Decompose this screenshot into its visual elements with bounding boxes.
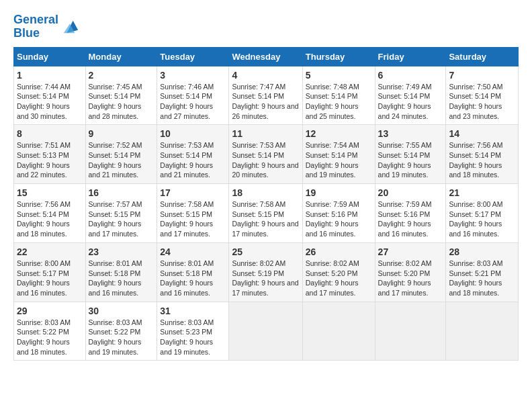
daylight-label: Daylight: 9 hours and 19 minutes. bbox=[89, 338, 142, 356]
daylight-label: Daylight: 9 hours and 27 minutes. bbox=[160, 102, 213, 120]
day-number: 3 bbox=[160, 70, 226, 81]
sunrise-label: Sunrise: 8:03 AM bbox=[89, 318, 142, 326]
sunset-label: Sunset: 5:14 PM bbox=[17, 210, 69, 218]
daylight-label: Daylight: 9 hours and 16 minutes. bbox=[17, 279, 70, 297]
calendar-cell: 3 Sunrise: 7:46 AM Sunset: 5:14 PM Dayli… bbox=[157, 66, 229, 125]
sunset-label: Sunset: 5:13 PM bbox=[17, 151, 69, 159]
day-info: Sunrise: 7:53 AM Sunset: 5:14 PM Dayligh… bbox=[232, 140, 299, 180]
day-number: 14 bbox=[449, 128, 515, 139]
calendar-cell: 31 Sunrise: 8:03 AM Sunset: 5:23 PM Dayl… bbox=[157, 302, 229, 361]
day-number: 28 bbox=[449, 246, 515, 257]
daylight-label: Daylight: 9 hours and 30 minutes. bbox=[17, 102, 70, 120]
day-number: 10 bbox=[160, 128, 226, 139]
sunrise-label: Sunrise: 7:49 AM bbox=[378, 83, 432, 91]
day-info: Sunrise: 7:47 AM Sunset: 5:14 PM Dayligh… bbox=[232, 82, 299, 122]
sunrise-label: Sunrise: 7:59 AM bbox=[306, 200, 359, 208]
sunset-label: Sunset: 5:15 PM bbox=[89, 210, 141, 218]
day-info: Sunrise: 7:44 AM Sunset: 5:14 PM Dayligh… bbox=[17, 82, 83, 122]
day-info: Sunrise: 8:03 AM Sunset: 5:23 PM Dayligh… bbox=[160, 318, 226, 357]
col-header-friday: Friday bbox=[375, 47, 446, 66]
sunset-label: Sunset: 5:17 PM bbox=[17, 269, 69, 277]
calendar-cell: 1 Sunrise: 7:44 AM Sunset: 5:14 PM Dayli… bbox=[14, 66, 86, 125]
day-number: 21 bbox=[449, 187, 515, 198]
daylight-label: Daylight: 9 hours and 21 minutes. bbox=[89, 161, 142, 179]
sunset-label: Sunset: 5:22 PM bbox=[89, 328, 141, 336]
sunset-label: Sunset: 5:14 PM bbox=[17, 92, 69, 100]
sunset-label: Sunset: 5:14 PM bbox=[378, 151, 431, 159]
sunrise-label: Sunrise: 7:48 AM bbox=[306, 83, 359, 91]
daylight-label: Daylight: 9 hours and 17 minutes. bbox=[378, 279, 431, 297]
sunrise-label: Sunrise: 8:01 AM bbox=[89, 259, 142, 267]
calendar-cell: 13 Sunrise: 7:55 AM Sunset: 5:14 PM Dayl… bbox=[375, 125, 446, 184]
sunset-label: Sunset: 5:15 PM bbox=[160, 210, 212, 218]
col-header-thursday: Thursday bbox=[302, 47, 375, 66]
sunrise-label: Sunrise: 8:00 AM bbox=[449, 200, 502, 208]
daylight-label: Daylight: 9 hours and 16 minutes. bbox=[160, 279, 213, 297]
sunrise-label: Sunrise: 7:59 AM bbox=[378, 200, 432, 208]
day-number: 11 bbox=[232, 128, 299, 139]
calendar-cell: 26 Sunrise: 8:02 AM Sunset: 5:20 PM Dayl… bbox=[302, 242, 375, 302]
day-info: Sunrise: 8:00 AM Sunset: 5:17 PM Dayligh… bbox=[449, 199, 515, 239]
day-number: 20 bbox=[378, 187, 443, 198]
day-number: 23 bbox=[89, 246, 154, 257]
daylight-label: Daylight: 9 hours and 26 minutes. bbox=[232, 102, 298, 120]
week-row-2: 8 Sunrise: 7:51 AM Sunset: 5:13 PM Dayli… bbox=[14, 125, 519, 184]
logo-blue: Blue bbox=[13, 27, 58, 40]
daylight-label: Daylight: 9 hours and 28 minutes. bbox=[89, 102, 142, 120]
daylight-label: Daylight: 9 hours and 18 minutes. bbox=[17, 338, 70, 356]
day-number: 8 bbox=[17, 128, 83, 139]
sunset-label: Sunset: 5:14 PM bbox=[89, 92, 141, 100]
sunrise-label: Sunrise: 8:02 AM bbox=[232, 259, 285, 267]
daylight-label: Daylight: 9 hours and 21 minutes. bbox=[160, 161, 213, 179]
calendar-cell: 25 Sunrise: 8:02 AM Sunset: 5:19 PM Dayl… bbox=[229, 242, 302, 302]
calendar-cell: 14 Sunrise: 7:56 AM Sunset: 5:14 PM Dayl… bbox=[446, 125, 519, 184]
week-row-3: 15 Sunrise: 7:56 AM Sunset: 5:14 PM Dayl… bbox=[14, 184, 519, 243]
sunrise-label: Sunrise: 7:58 AM bbox=[160, 200, 214, 208]
calendar-cell: 15 Sunrise: 7:56 AM Sunset: 5:14 PM Dayl… bbox=[14, 184, 86, 243]
day-info: Sunrise: 7:58 AM Sunset: 5:15 PM Dayligh… bbox=[232, 199, 299, 239]
daylight-label: Daylight: 9 hours and 17 minutes. bbox=[232, 279, 298, 297]
logo-icon bbox=[60, 17, 79, 36]
sunset-label: Sunset: 5:23 PM bbox=[160, 328, 212, 336]
calendar-cell: 30 Sunrise: 8:03 AM Sunset: 5:22 PM Dayl… bbox=[85, 302, 157, 361]
calendar-cell: 21 Sunrise: 8:00 AM Sunset: 5:17 PM Dayl… bbox=[446, 184, 519, 243]
daylight-label: Daylight: 9 hours and 19 minutes. bbox=[306, 161, 359, 179]
day-info: Sunrise: 7:54 AM Sunset: 5:14 PM Dayligh… bbox=[306, 140, 372, 180]
calendar-cell: 24 Sunrise: 8:01 AM Sunset: 5:18 PM Dayl… bbox=[157, 242, 229, 302]
daylight-label: Daylight: 9 hours and 16 minutes. bbox=[378, 220, 431, 238]
day-number: 12 bbox=[306, 128, 372, 139]
sunset-label: Sunset: 5:14 PM bbox=[232, 92, 284, 100]
calendar-cell: 17 Sunrise: 7:58 AM Sunset: 5:15 PM Dayl… bbox=[157, 184, 229, 243]
day-info: Sunrise: 7:52 AM Sunset: 5:14 PM Dayligh… bbox=[89, 140, 154, 180]
calendar-cell: 16 Sunrise: 7:57 AM Sunset: 5:15 PM Dayl… bbox=[85, 184, 157, 243]
calendar-cell bbox=[302, 302, 375, 361]
sunset-label: Sunset: 5:14 PM bbox=[232, 151, 284, 159]
day-info: Sunrise: 7:46 AM Sunset: 5:14 PM Dayligh… bbox=[160, 82, 226, 122]
sunset-label: Sunset: 5:14 PM bbox=[378, 92, 431, 100]
col-header-wednesday: Wednesday bbox=[229, 47, 302, 66]
daylight-label: Daylight: 9 hours and 24 minutes. bbox=[378, 102, 431, 120]
day-info: Sunrise: 7:50 AM Sunset: 5:14 PM Dayligh… bbox=[449, 82, 515, 122]
sunrise-label: Sunrise: 7:56 AM bbox=[449, 141, 502, 149]
day-info: Sunrise: 8:00 AM Sunset: 5:17 PM Dayligh… bbox=[17, 259, 83, 298]
day-number: 5 bbox=[306, 70, 372, 81]
sunrise-label: Sunrise: 8:02 AM bbox=[378, 259, 432, 267]
day-info: Sunrise: 8:03 AM Sunset: 5:22 PM Dayligh… bbox=[89, 318, 154, 357]
calendar-cell: 23 Sunrise: 8:01 AM Sunset: 5:18 PM Dayl… bbox=[85, 242, 157, 302]
sunrise-label: Sunrise: 7:54 AM bbox=[306, 141, 359, 149]
daylight-label: Daylight: 9 hours and 25 minutes. bbox=[306, 102, 359, 120]
day-number: 13 bbox=[378, 128, 443, 139]
calendar-cell: 6 Sunrise: 7:49 AM Sunset: 5:14 PM Dayli… bbox=[375, 66, 446, 125]
day-info: Sunrise: 7:59 AM Sunset: 5:16 PM Dayligh… bbox=[378, 199, 443, 239]
sunset-label: Sunset: 5:14 PM bbox=[306, 92, 358, 100]
day-number: 9 bbox=[89, 128, 154, 139]
day-info: Sunrise: 8:03 AM Sunset: 5:22 PM Dayligh… bbox=[17, 318, 83, 357]
day-info: Sunrise: 7:49 AM Sunset: 5:14 PM Dayligh… bbox=[378, 82, 443, 122]
day-info: Sunrise: 8:02 AM Sunset: 5:20 PM Dayligh… bbox=[306, 259, 372, 298]
calendar-header-row: SundayMondayTuesdayWednesdayThursdayFrid… bbox=[14, 47, 519, 66]
day-number: 15 bbox=[17, 187, 83, 198]
sunset-label: Sunset: 5:16 PM bbox=[378, 210, 431, 218]
sunrise-label: Sunrise: 8:03 AM bbox=[449, 259, 502, 267]
calendar-cell: 10 Sunrise: 7:53 AM Sunset: 5:14 PM Dayl… bbox=[157, 125, 229, 184]
sunset-label: Sunset: 5:15 PM bbox=[232, 210, 284, 218]
